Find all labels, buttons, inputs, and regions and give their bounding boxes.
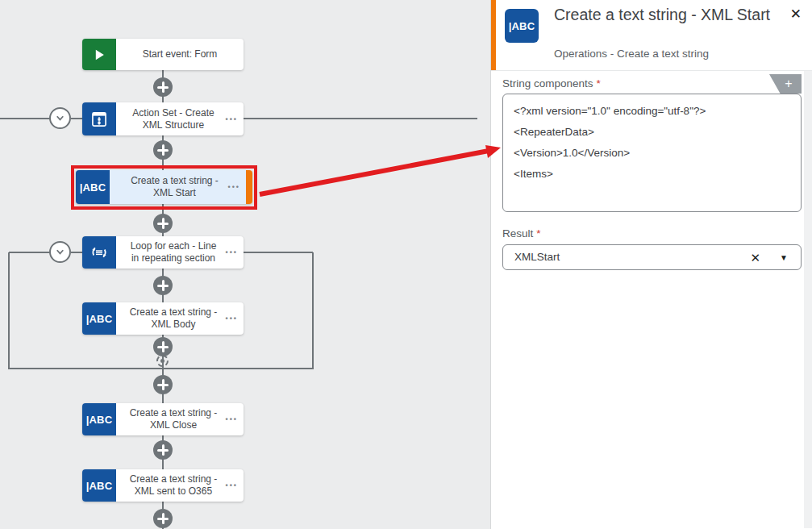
connector-lines xyxy=(0,0,490,529)
node-menu-button[interactable]: ••• xyxy=(226,314,238,323)
abc-text-icon: |ABC xyxy=(82,469,116,502)
node-label: Loop for each - Line in repeating sectio… xyxy=(116,236,244,269)
node-label: Action Set - Create XML Structure xyxy=(116,102,244,135)
node-create-text-xml-start[interactable]: |ABC Create a text string - XML Start ••… xyxy=(76,170,252,204)
workflow-canvas[interactable]: Start event: Form Action Set - Create XM… xyxy=(0,0,490,529)
node-menu-button[interactable]: ••• xyxy=(226,481,238,489)
play-icon xyxy=(82,39,116,70)
node-menu-button[interactable]: ••• xyxy=(228,183,240,191)
node-menu-button[interactable]: ••• xyxy=(226,248,238,256)
add-action-button[interactable] xyxy=(153,337,173,356)
node-menu-button[interactable]: ••• xyxy=(226,115,238,123)
string-components-label: String components* xyxy=(502,77,601,90)
config-panel: |ABC Create a text string - XML Start Op… xyxy=(490,0,812,529)
node-create-text-xml-close[interactable]: |ABC Create a text string - XML Close ••… xyxy=(82,403,244,435)
add-action-button[interactable] xyxy=(153,276,173,295)
node-start-event[interactable]: Start event: Form xyxy=(82,39,244,70)
node-label: Create a text string - XML Close xyxy=(116,403,244,435)
abc-text-icon: |ABC xyxy=(76,170,110,204)
collapse-chevron-icon[interactable] xyxy=(49,107,71,129)
result-label: Result* xyxy=(502,227,541,240)
required-asterisk: * xyxy=(536,227,540,240)
collapse-chevron-icon[interactable] xyxy=(49,241,71,263)
node-action-set[interactable]: Action Set - Create XML Structure ••• xyxy=(82,102,244,135)
node-label: Create a text string - XML sent to O365 xyxy=(116,469,244,502)
abc-text-icon: |ABC xyxy=(505,9,539,43)
xml-line: <Items> xyxy=(514,164,790,185)
node-create-text-xml-sent-o365[interactable]: |ABC Create a text string - XML sent to … xyxy=(82,469,244,502)
plus-icon: + xyxy=(785,77,792,90)
panel-header: |ABC Create a text string - XML Start Op… xyxy=(491,0,812,71)
result-value: XMLStart xyxy=(514,251,560,263)
result-dropdown[interactable]: XMLStart ✕ ▼ xyxy=(502,244,802,270)
abc-text-icon: |ABC xyxy=(82,403,116,435)
clear-icon[interactable]: ✕ xyxy=(750,251,760,265)
add-action-button[interactable] xyxy=(153,440,173,460)
node-create-text-xml-body[interactable]: |ABC Create a text string - XML Body ••• xyxy=(82,302,244,335)
panel-body: String components* + <?xml version="1.0"… xyxy=(491,71,812,528)
panel-title: Create a text string - XML Start xyxy=(554,4,777,26)
selected-indicator-bar xyxy=(246,170,252,204)
node-menu-button[interactable]: ••• xyxy=(226,415,238,423)
loop-icon xyxy=(82,236,116,269)
xml-line: <?xml version="1.0" encoding="utf-8"?> xyxy=(514,101,790,122)
xml-line: <Version>1.0</Version> xyxy=(514,143,790,164)
action-set-icon xyxy=(82,102,116,135)
panel-scrollbar[interactable] xyxy=(804,71,812,528)
node-loop-for-each[interactable]: Loop for each - Line in repeating sectio… xyxy=(82,236,244,269)
close-icon[interactable]: ✕ xyxy=(790,6,802,23)
add-action-button[interactable] xyxy=(153,140,173,160)
add-action-button[interactable] xyxy=(153,509,173,528)
node-label: Start event: Form xyxy=(116,39,244,70)
xml-line: <RepeaterData> xyxy=(514,122,790,143)
string-components-input[interactable]: <?xml version="1.0" encoding="utf-8"?> <… xyxy=(502,94,802,212)
add-action-button[interactable] xyxy=(153,214,173,233)
workflow-designer: Start event: Form Action Set - Create XM… xyxy=(0,0,812,529)
chevron-down-icon[interactable]: ▼ xyxy=(780,253,788,262)
abc-text-icon: |ABC xyxy=(82,302,116,335)
panel-subtitle: Operations - Create a text string xyxy=(554,48,709,60)
insert-variable-button[interactable]: + xyxy=(769,74,802,94)
required-asterisk: * xyxy=(597,77,601,90)
loop-end-marker-icon xyxy=(156,355,169,367)
add-action-button[interactable] xyxy=(153,375,173,394)
add-action-button[interactable] xyxy=(153,77,173,97)
node-label: Create a text string - XML Body xyxy=(116,302,244,335)
